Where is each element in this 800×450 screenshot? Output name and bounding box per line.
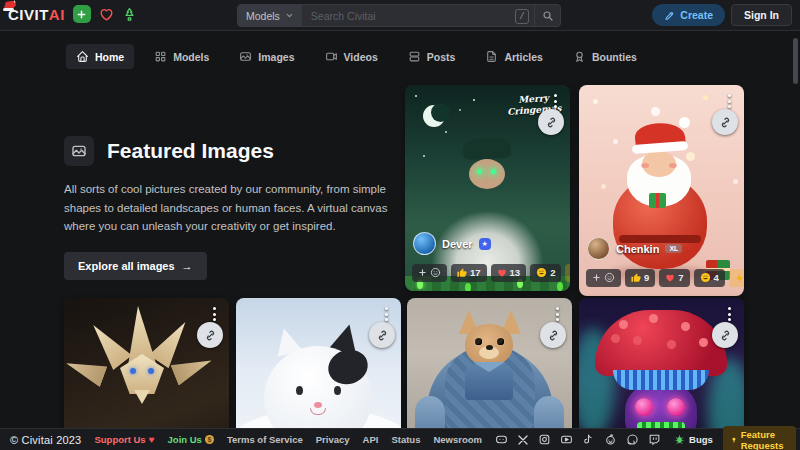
x-twitter-icon[interactable] — [517, 434, 529, 446]
instagram-icon[interactable] — [538, 433, 551, 446]
like-reaction[interactable]: 9 — [625, 269, 655, 287]
more-options-icon[interactable] — [725, 304, 734, 324]
copy-link-button[interactable] — [538, 109, 564, 135]
more-options-icon[interactable] — [725, 91, 734, 111]
add-button[interactable] — [73, 5, 91, 23]
copy-link-button[interactable] — [369, 322, 395, 348]
tab-posts[interactable]: Posts — [398, 44, 466, 69]
scrollbar-thumb[interactable] — [793, 38, 798, 84]
create-button-label: Create — [680, 9, 713, 21]
zap-icon — [735, 273, 744, 283]
reddit-icon[interactable] — [604, 433, 617, 446]
tab-label: Models — [173, 51, 209, 63]
heart-count: 7 — [678, 272, 683, 283]
copy-link-button[interactable] — [712, 322, 738, 348]
page-title: Featured Images — [107, 139, 274, 163]
like-count: 9 — [644, 272, 649, 283]
mushroom-cap-art — [595, 310, 727, 376]
footer-link-label: API — [363, 434, 379, 445]
tab-home[interactable]: Home — [66, 44, 134, 69]
arrow-right-icon: → — [182, 260, 193, 272]
explore-all-images-button[interactable]: Explore all images → — [64, 252, 207, 280]
copy-link-button[interactable] — [540, 322, 566, 348]
more-options-icon[interactable] — [551, 91, 560, 111]
card-user-row[interactable]: Dever ★ — [413, 232, 491, 255]
laugh-reaction[interactable]: 4 — [694, 269, 725, 287]
create-button[interactable]: Create — [652, 4, 725, 26]
reaction-bar: 17 13 2 14 — [412, 263, 563, 282]
home-icon — [76, 50, 89, 63]
footer-link-status[interactable]: Status — [391, 434, 420, 445]
copy-link-button[interactable] — [197, 322, 223, 348]
like-count: 17 — [470, 267, 481, 278]
heart-icon — [665, 273, 675, 283]
support-heart-button[interactable] — [99, 7, 114, 22]
heart-reaction[interactable]: 7 — [659, 269, 689, 287]
link-icon — [719, 116, 732, 129]
wizard-hat-art — [462, 136, 511, 160]
youtube-icon[interactable] — [560, 433, 573, 446]
goggle-art — [635, 398, 653, 416]
main-navigation: Home Models Images Videos Posts Articles… — [66, 44, 647, 69]
link-icon — [719, 329, 732, 342]
cat-eye-art — [296, 386, 303, 395]
footer-link-newsroom[interactable]: Newsroom — [433, 434, 482, 445]
discord-icon[interactable] — [495, 433, 508, 446]
more-options-icon[interactable] — [210, 304, 219, 324]
cta-label: Explore all images — [78, 260, 175, 272]
footer-link-privacy[interactable]: Privacy — [316, 434, 350, 445]
tab-models[interactable]: Models — [144, 44, 219, 69]
more-options-icon[interactable] — [553, 304, 562, 324]
add-reaction-button[interactable] — [412, 264, 447, 282]
laugh-reaction[interactable]: 2 — [530, 264, 561, 282]
laugh-count: 2 — [550, 267, 555, 278]
award-icon — [573, 50, 586, 63]
wizard-eye-art — [491, 169, 496, 174]
tab-articles[interactable]: Articles — [475, 44, 553, 69]
sign-in-button[interactable]: Sign In — [731, 4, 792, 26]
zap-reaction[interactable]: 8 — [729, 269, 744, 287]
dog-eye-art — [497, 338, 504, 345]
footer-link-api[interactable]: API — [363, 434, 379, 445]
santa-hat-pompom-art — [679, 117, 690, 128]
tab-label: Bounties — [592, 51, 637, 63]
link-icon — [545, 116, 558, 129]
like-reaction[interactable]: 17 — [451, 264, 487, 282]
money-emoji-icon: $ — [205, 435, 214, 444]
footer-link-support-us[interactable]: Support Us ♥ — [94, 434, 154, 445]
twitch-icon[interactable] — [648, 433, 661, 446]
footer-link-label: Terms of Service — [227, 434, 303, 445]
heart-reaction[interactable]: 13 — [491, 264, 527, 282]
thumbs-up-icon — [631, 273, 641, 283]
github-icon[interactable] — [626, 433, 639, 446]
wizard-eye-art — [477, 169, 482, 174]
user-badge-icon: ★ — [479, 238, 491, 250]
more-options-icon[interactable] — [382, 304, 391, 324]
civitai-logo[interactable]: CIVITAI — [8, 6, 65, 23]
tiktok-icon[interactable] — [582, 433, 595, 446]
holiday-tree-button[interactable] — [122, 7, 137, 22]
file-text-icon — [485, 50, 498, 63]
feature-requests-button[interactable]: Feature Requests — [723, 426, 796, 450]
username: Dever — [442, 238, 473, 250]
tab-images[interactable]: Images — [229, 44, 304, 69]
search-submit-button[interactable] — [534, 5, 560, 26]
search-category-dropdown[interactable]: Models — [238, 5, 302, 26]
reaction-bar: 9 7 4 8 — [586, 268, 737, 287]
footer-link-join-us[interactable]: Join Us $ — [168, 434, 214, 445]
search-input[interactable] — [302, 5, 534, 26]
bugs-link[interactable]: Bugs — [674, 434, 713, 445]
zap-reaction[interactable]: 14 — [565, 264, 570, 282]
layout-list-icon — [408, 50, 421, 63]
stars-art — [415, 95, 417, 97]
add-reaction-button[interactable] — [586, 269, 621, 287]
bokeh-sparkles-art — [593, 99, 598, 104]
card-user-row[interactable]: Chenkin XL — [587, 237, 682, 260]
plus-icon — [418, 268, 427, 277]
tab-label: Posts — [427, 51, 456, 63]
tab-videos[interactable]: Videos — [315, 44, 388, 69]
social-links — [495, 433, 661, 446]
footer-link-terms[interactable]: Terms of Service — [227, 434, 303, 445]
tab-bounties[interactable]: Bounties — [563, 44, 647, 69]
copy-link-button[interactable] — [712, 109, 738, 135]
